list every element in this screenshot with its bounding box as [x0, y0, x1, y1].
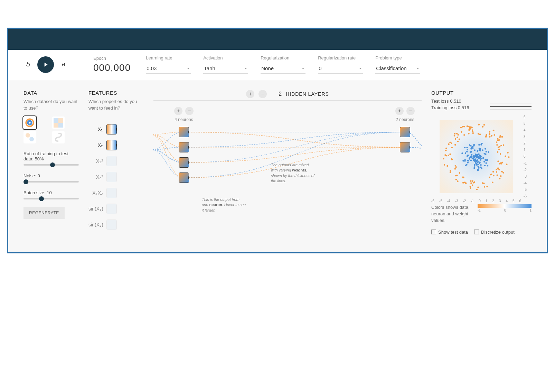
- svg-point-132: [469, 144, 471, 146]
- feature-sin(X₂)[interactable]: sin(X₂): [88, 220, 144, 230]
- y-axis-ticks: 6543210-1-2-3-4-5-6: [524, 115, 527, 198]
- add-layer-button[interactable]: +: [246, 90, 254, 98]
- svg-point-220: [470, 180, 472, 182]
- svg-point-130: [478, 153, 480, 155]
- svg-point-238: [478, 133, 479, 135]
- step-icon[interactable]: [59, 60, 68, 69]
- svg-point-228: [493, 175, 495, 177]
- svg-point-200: [501, 171, 503, 172]
- svg-point-185: [460, 127, 462, 129]
- discretize-output-checkbox[interactable]: Discretize output: [474, 230, 515, 235]
- svg-point-189: [459, 172, 460, 174]
- select-regularization[interactable]: Regularization None: [261, 55, 305, 74]
- neuron[interactable]: [400, 127, 410, 137]
- output-plot[interactable]: 6543210-1-2-3-4-5-6 -6-5-4-3-2-10123456: [431, 115, 521, 198]
- feature-sin(X₁)[interactable]: sin(X₁): [88, 204, 144, 214]
- svg-point-78: [462, 160, 464, 162]
- network-column: + − 2 HIDDEN LAYERS + − 4 neurons: [153, 90, 422, 235]
- svg-point-84: [470, 148, 472, 150]
- regenerate-button[interactable]: REGENERATE: [23, 207, 65, 219]
- svg-point-48: [466, 147, 468, 149]
- svg-point-0: [28, 121, 31, 124]
- ratio-slider[interactable]: [23, 164, 79, 166]
- feature-X₂[interactable]: X₂: [88, 140, 144, 150]
- svg-point-129: [466, 151, 468, 153]
- layer2-remove-neuron[interactable]: −: [406, 107, 415, 115]
- remove-layer-button[interactable]: −: [258, 90, 267, 98]
- svg-point-148: [472, 146, 474, 148]
- svg-point-90: [484, 165, 486, 167]
- layer2-add-neuron[interactable]: +: [395, 107, 404, 115]
- feature-X₂²[interactable]: X₂²: [88, 172, 144, 182]
- feature-node: [106, 188, 117, 198]
- dataset-xor[interactable]: [52, 116, 65, 129]
- svg-point-131: [467, 155, 468, 157]
- svg-point-32: [480, 164, 482, 166]
- svg-point-82: [464, 159, 466, 161]
- play-button[interactable]: [37, 56, 54, 73]
- svg-point-241: [469, 128, 470, 130]
- layer1-remove-neuron[interactable]: −: [185, 107, 194, 115]
- noise-label: Noise: 0: [23, 173, 79, 178]
- select-regularization-rate[interactable]: Regularization rate 0: [318, 55, 363, 74]
- feature-X₁X₂[interactable]: X₁X₂: [88, 188, 144, 198]
- neuron[interactable]: [179, 172, 189, 183]
- batch-slider[interactable]: [23, 198, 79, 199]
- neuron[interactable]: [179, 142, 189, 152]
- feature-X₁²[interactable]: X₁²: [88, 156, 144, 166]
- layer1-count: 4 neurons: [175, 117, 193, 122]
- neuron[interactable]: [400, 142, 410, 152]
- dataset-gauss[interactable]: [23, 131, 36, 143]
- chevron-down-icon: [301, 67, 305, 70]
- svg-point-240: [500, 175, 502, 177]
- svg-rect-8: [107, 124, 116, 134]
- svg-point-164: [450, 170, 451, 172]
- feature-node: [106, 220, 117, 230]
- svg-point-257: [499, 136, 501, 138]
- reset-icon[interactable]: [23, 60, 32, 69]
- show-test-data-checkbox[interactable]: Show test data: [431, 230, 468, 235]
- svg-rect-5: [54, 123, 58, 128]
- svg-point-201: [507, 152, 509, 153]
- svg-point-161: [501, 136, 503, 138]
- svg-point-111: [471, 154, 473, 156]
- select-activation[interactable]: Activation Tanh: [203, 55, 248, 74]
- svg-point-271: [483, 124, 485, 126]
- svg-point-35: [485, 153, 487, 155]
- svg-rect-3: [58, 123, 63, 128]
- svg-point-43: [481, 143, 483, 144]
- noise-slider[interactable]: [23, 181, 79, 183]
- select-problem-type[interactable]: Problem type Classification: [375, 55, 420, 74]
- callout-weights: The outputs are mixed with varying weigh…: [271, 162, 316, 184]
- batch-label: Batch size: 10: [23, 190, 79, 195]
- svg-point-256: [451, 142, 452, 144]
- svg-point-211: [463, 134, 465, 136]
- dataset-circle[interactable]: [23, 116, 36, 129]
- svg-point-168: [451, 159, 453, 160]
- svg-rect-19: [400, 127, 410, 137]
- svg-point-227: [484, 186, 486, 188]
- feature-X₁[interactable]: X₁: [88, 124, 144, 134]
- select-learning-rate[interactable]: Learning rate 0.03: [146, 55, 191, 74]
- neuron[interactable]: [179, 157, 189, 168]
- svg-point-276: [496, 144, 498, 146]
- svg-point-267: [462, 176, 464, 178]
- dataset-spiral[interactable]: [52, 131, 65, 143]
- svg-point-225: [497, 151, 499, 153]
- neuron[interactable]: [179, 127, 189, 137]
- svg-rect-9: [107, 140, 116, 150]
- svg-point-150: [472, 158, 474, 159]
- svg-point-117: [477, 161, 479, 163]
- svg-point-263: [483, 183, 485, 184]
- feature-node: [106, 124, 117, 134]
- svg-point-119: [478, 167, 480, 169]
- svg-point-128: [480, 158, 481, 160]
- svg-point-54: [461, 152, 463, 154]
- show-test-label: Show test data: [438, 230, 468, 235]
- svg-point-92: [483, 161, 485, 163]
- svg-rect-4: [58, 118, 63, 123]
- layer1-add-neuron[interactable]: +: [174, 107, 182, 115]
- svg-point-93: [482, 149, 483, 151]
- svg-point-184: [462, 182, 464, 184]
- features-prompt: Which properties do you want to feed in?: [88, 99, 144, 112]
